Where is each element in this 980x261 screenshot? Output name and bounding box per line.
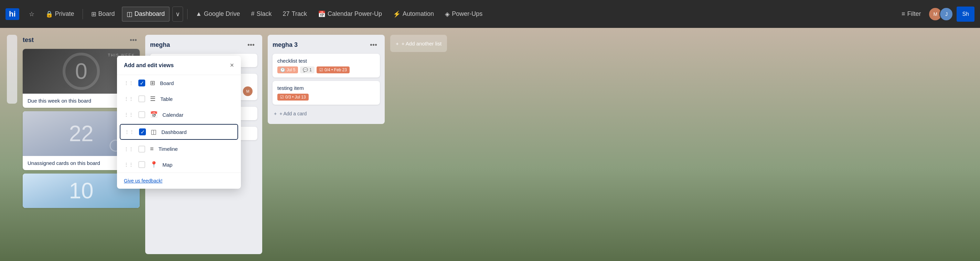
timeline-view-icon: ≡ <box>150 145 154 153</box>
drag-handle-timeline: ⋮⋮ <box>124 146 134 152</box>
powerups-icon: ◈ <box>445 10 450 18</box>
board-area: test ••• THIS WEEK 0 Due this week on th… <box>0 28 980 261</box>
drag-handle-board: ⋮⋮ <box>124 80 134 86</box>
list-megha-menu-button[interactable]: ••• <box>245 40 258 50</box>
dashboard-checkbox[interactable]: ✓ <box>139 129 146 135</box>
megha3-card-1-tag3: ☑ 0/4 • Feb 23 <box>317 67 350 73</box>
board-button[interactable]: ⊞ Board <box>87 6 119 22</box>
avatar-group: M J <box>928 7 953 21</box>
calendar-powerup-label: Calendar Power-Up <box>328 10 382 18</box>
dropdown-close-button[interactable]: × <box>230 61 234 69</box>
calendar-icon: 📅 <box>318 10 326 18</box>
megha3-card-2-tag1-text: 0/3 • Jul 13 <box>285 95 306 100</box>
list-megha3: megha 3 ••• checklist test 🕐 Jul 5 💬 1 ☑… <box>268 35 385 124</box>
divider2 <box>187 9 188 19</box>
star-button[interactable]: ☆ <box>25 6 38 22</box>
add-list-button[interactable]: + + Add another list <box>390 35 447 52</box>
calendar-checkbox[interactable] <box>138 111 145 118</box>
add-list-label: + Add another list <box>402 41 441 46</box>
private-button[interactable]: 🔒 Private <box>41 6 78 22</box>
megha3-card-1-title: checklist test <box>277 58 375 64</box>
drag-handle-dashboard: ⋮⋮ <box>124 129 134 135</box>
megha3-card-2[interactable]: testing item ☑ 0/3 • Jul 13 <box>272 81 380 105</box>
megha3-card-1-tag3-text: 0/4 • Feb 23 <box>325 67 347 72</box>
star-icon: ☆ <box>29 10 34 18</box>
comment-icon: 💬 <box>303 67 308 72</box>
add-edit-views-dropdown: Add and edit views × ⋮⋮ ✓ ⊞ Board ⋮⋮ ☰ T… <box>117 56 241 189</box>
dashboard-button[interactable]: ◫ Dashboard <box>122 6 170 22</box>
googledrive-button[interactable]: ▲ Google Drive <box>192 6 244 22</box>
megha3-card-1-tag2-text: 1 <box>309 67 312 72</box>
board-icon: ⊞ <box>91 10 96 18</box>
board-view-icon: ⊞ <box>150 79 155 87</box>
slack-icon: # <box>251 10 255 18</box>
filter-label: Filter <box>907 10 921 18</box>
powerups-label: Power-Ups <box>452 10 482 18</box>
map-checkbox[interactable] <box>138 161 145 168</box>
megha3-card-1-tag1-text: Jul 5 <box>286 67 295 72</box>
checklist-icon-5: ☑ <box>280 95 284 100</box>
avatar-2[interactable]: J <box>939 7 953 21</box>
dropdown-title: Add and edit views <box>124 62 174 68</box>
private-label: Private <box>55 10 74 18</box>
plus-icon: + <box>274 111 277 116</box>
table-view-icon: ☰ <box>150 95 156 103</box>
drag-handle-calendar: ⋮⋮ <box>124 112 134 118</box>
list-megha-header: megha ••• <box>150 40 258 50</box>
powerups-button[interactable]: ◈ Power-Ups <box>441 6 487 22</box>
dropdown-item-map[interactable]: ⋮⋮ 📍 Map <box>117 157 241 172</box>
calendar-view-icon: 📅 <box>150 111 158 118</box>
megha3-card-2-tag1: ☑ 0/3 • Jul 13 <box>277 94 309 100</box>
table-checkbox[interactable] <box>138 95 145 102</box>
checklist-icon-4: ☑ <box>319 67 323 72</box>
add-card-button[interactable]: + + Add a card <box>272 108 380 119</box>
megha-card-2-avatar: M <box>243 86 253 96</box>
map-view-icon: 📍 <box>150 161 158 169</box>
list-test-title: test <box>23 37 34 44</box>
megha3-card-1-tags: 🕐 Jul 5 💬 1 ☑ 0/4 • Feb 23 <box>277 67 375 73</box>
list-test-menu-button[interactable]: ••• <box>127 35 140 45</box>
test-card-2-num: 22 <box>69 121 93 146</box>
board-checkbox[interactable]: ✓ <box>138 80 145 86</box>
list-megha3-menu-button[interactable]: ••• <box>367 40 380 50</box>
topbar: hi ☆ 🔒 Private ⊞ Board ◫ Dashboard ∨ ▲ G… <box>0 0 980 28</box>
timeline-checkbox[interactable] <box>138 146 145 153</box>
decorative-circle <box>60 51 102 92</box>
megha3-card-2-tags: ☑ 0/3 • Jul 13 <box>277 94 375 100</box>
drag-handle-map: ⋮⋮ <box>124 162 134 167</box>
googledrive-icon: ▲ <box>196 10 202 18</box>
share-button[interactable]: Sh <box>956 6 975 22</box>
lock-icon: 🔒 <box>45 10 53 18</box>
board-label: Board <box>99 10 115 18</box>
drag-handle-table: ⋮⋮ <box>124 96 134 102</box>
map-view-label: Map <box>162 162 172 168</box>
automation-button[interactable]: ⚡ Automation <box>389 6 438 22</box>
calendar-powerup-button[interactable]: 📅 Calendar Power-Up <box>314 6 386 22</box>
topbar-right: ≡ Filter M J Sh <box>897 6 975 22</box>
track-button[interactable]: 27 Track <box>279 6 311 22</box>
list-megha3-header: megha 3 ••• <box>272 40 380 50</box>
dropdown-item-dashboard[interactable]: ⋮⋮ ✓ ◫ Dashboard <box>120 124 238 140</box>
dropdown-item-table[interactable]: ⋮⋮ ☰ Table <box>117 91 241 107</box>
dashboard-view-icon: ◫ <box>151 128 157 136</box>
track-label: Track <box>292 10 307 18</box>
slack-button[interactable]: # Slack <box>247 6 276 22</box>
dropdown-item-timeline[interactable]: ⋮⋮ ≡ Timeline <box>117 141 241 157</box>
filter-button[interactable]: ≡ Filter <box>897 8 925 20</box>
test-card-3-num: 10 <box>69 178 93 204</box>
dropdown-item-calendar[interactable]: ⋮⋮ 📅 Calendar <box>117 107 241 123</box>
feedback-link[interactable]: Give us feedback! <box>124 178 162 183</box>
filter-icon: ≡ <box>902 10 905 18</box>
timeline-view-label: Timeline <box>159 146 178 152</box>
megha3-card-1[interactable]: checklist test 🕐 Jul 5 💬 1 ☑ 0/4 • Feb 2… <box>272 54 380 78</box>
megha3-card-1-tag1: 🕐 Jul 5 <box>277 67 298 73</box>
dropdown-feedback: Give us feedback! <box>117 172 241 189</box>
dropdown-item-board[interactable]: ⋮⋮ ✓ ⊞ Board <box>117 75 241 91</box>
view-dropdown-button[interactable]: ∨ <box>172 6 183 22</box>
add-card-label: + Add a card <box>279 111 307 116</box>
partial-list <box>7 35 17 103</box>
list-megha-title: megha <box>150 41 170 49</box>
add-list-plus-icon: + <box>396 41 399 46</box>
dashboard-view-label: Dashboard <box>161 129 186 135</box>
dashboard-label: Dashboard <box>135 10 165 18</box>
